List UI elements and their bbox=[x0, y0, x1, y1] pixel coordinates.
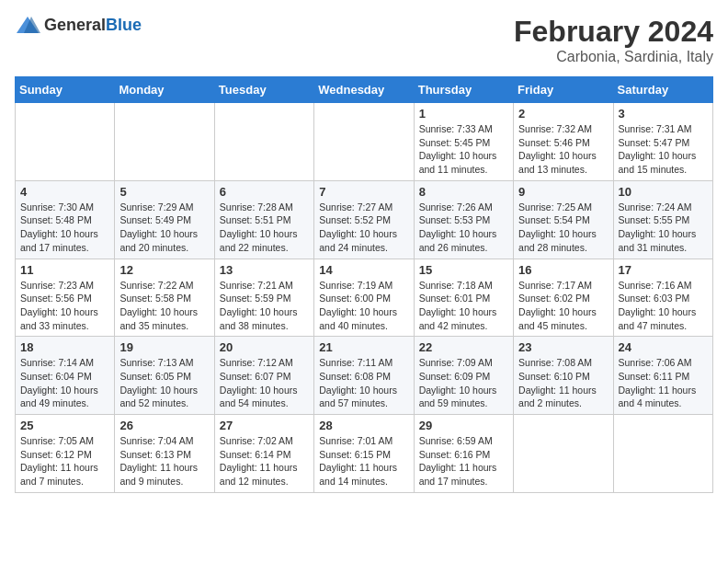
calendar-cell: 14Sunrise: 7:19 AM Sunset: 6:00 PM Dayli… bbox=[314, 259, 414, 337]
day-number: 5 bbox=[119, 185, 209, 199]
calendar-cell: 18Sunrise: 7:14 AM Sunset: 6:04 PM Dayli… bbox=[16, 337, 115, 415]
day-number: 9 bbox=[518, 185, 608, 199]
day-number: 16 bbox=[518, 263, 608, 277]
calendar-cell: 8Sunrise: 7:26 AM Sunset: 5:53 PM Daylig… bbox=[414, 180, 513, 259]
day-number: 13 bbox=[220, 263, 309, 277]
calendar-cell: 15Sunrise: 7:18 AM Sunset: 6:01 PM Dayli… bbox=[414, 259, 513, 337]
calendar-cell: 27Sunrise: 7:02 AM Sunset: 6:14 PM Dayli… bbox=[214, 415, 313, 493]
day-number: 25 bbox=[20, 419, 109, 432]
calendar-cell: 10Sunrise: 7:24 AM Sunset: 5:55 PM Dayli… bbox=[613, 180, 712, 259]
day-detail: Sunrise: 7:32 AM Sunset: 5:46 PM Dayligh… bbox=[518, 122, 608, 177]
day-detail: Sunrise: 7:28 AM Sunset: 5:51 PM Dayligh… bbox=[220, 201, 309, 255]
calendar-cell: 3Sunrise: 7:31 AM Sunset: 5:47 PM Daylig… bbox=[613, 103, 712, 181]
day-number: 24 bbox=[619, 340, 708, 354]
day-detail: Sunrise: 7:04 AM Sunset: 6:13 PM Dayligh… bbox=[119, 434, 209, 488]
calendar-cell: 4Sunrise: 7:30 AM Sunset: 5:48 PM Daylig… bbox=[16, 180, 115, 259]
day-number: 12 bbox=[119, 263, 209, 277]
day-detail: Sunrise: 7:27 AM Sunset: 5:52 PM Dayligh… bbox=[319, 201, 408, 255]
day-number: 28 bbox=[319, 419, 408, 432]
day-detail: Sunrise: 7:22 AM Sunset: 5:58 PM Dayligh… bbox=[119, 279, 209, 333]
day-detail: Sunrise: 7:31 AM Sunset: 5:47 PM Dayligh… bbox=[619, 122, 708, 177]
day-number: 22 bbox=[419, 340, 508, 354]
calendar-cell: 13Sunrise: 7:21 AM Sunset: 5:59 PM Dayli… bbox=[214, 259, 313, 337]
weekday-header-friday: Friday bbox=[514, 77, 613, 103]
day-number: 15 bbox=[419, 263, 508, 277]
day-detail: Sunrise: 7:17 AM Sunset: 6:02 PM Dayligh… bbox=[518, 279, 608, 333]
weekday-header-row: SundayMondayTuesdayWednesdayThursdayFrid… bbox=[16, 77, 713, 103]
day-number: 27 bbox=[220, 419, 309, 432]
calendar-cell: 23Sunrise: 7:08 AM Sunset: 6:10 PM Dayli… bbox=[514, 337, 613, 415]
weekday-header-saturday: Saturday bbox=[613, 77, 712, 103]
day-number: 26 bbox=[119, 419, 209, 432]
calendar-week-0: 1Sunrise: 7:33 AM Sunset: 5:45 PM Daylig… bbox=[16, 103, 713, 181]
calendar-cell: 22Sunrise: 7:09 AM Sunset: 6:09 PM Dayli… bbox=[414, 337, 513, 415]
day-detail: Sunrise: 7:30 AM Sunset: 5:48 PM Dayligh… bbox=[20, 201, 109, 255]
day-detail: Sunrise: 7:11 AM Sunset: 6:08 PM Dayligh… bbox=[319, 356, 408, 410]
calendar-cell: 11Sunrise: 7:23 AM Sunset: 5:56 PM Dayli… bbox=[16, 259, 115, 337]
day-detail: Sunrise: 7:21 AM Sunset: 5:59 PM Dayligh… bbox=[220, 279, 309, 333]
calendar-cell bbox=[16, 103, 115, 181]
day-number: 20 bbox=[220, 340, 309, 354]
day-number: 6 bbox=[220, 185, 309, 199]
day-detail: Sunrise: 7:25 AM Sunset: 5:54 PM Dayligh… bbox=[518, 201, 608, 255]
day-number: 17 bbox=[619, 263, 708, 277]
calendar-cell: 1Sunrise: 7:33 AM Sunset: 5:45 PM Daylig… bbox=[414, 103, 513, 181]
calendar-cell bbox=[514, 415, 613, 493]
calendar-cell: 28Sunrise: 7:01 AM Sunset: 6:15 PM Dayli… bbox=[314, 415, 414, 493]
day-number: 18 bbox=[20, 340, 109, 354]
day-detail: Sunrise: 7:01 AM Sunset: 6:15 PM Dayligh… bbox=[319, 434, 408, 488]
day-number: 3 bbox=[619, 107, 708, 121]
weekday-header-sunday: Sunday bbox=[16, 77, 115, 103]
calendar-week-3: 18Sunrise: 7:14 AM Sunset: 6:04 PM Dayli… bbox=[16, 337, 713, 415]
day-detail: Sunrise: 7:26 AM Sunset: 5:53 PM Dayligh… bbox=[419, 201, 508, 255]
calendar-cell: 12Sunrise: 7:22 AM Sunset: 5:58 PM Dayli… bbox=[115, 259, 214, 337]
weekday-header-wednesday: Wednesday bbox=[314, 77, 414, 103]
calendar-body: 1Sunrise: 7:33 AM Sunset: 5:45 PM Daylig… bbox=[16, 103, 713, 493]
day-detail: Sunrise: 7:24 AM Sunset: 5:55 PM Dayligh… bbox=[619, 201, 708, 255]
calendar-cell: 2Sunrise: 7:32 AM Sunset: 5:46 PM Daylig… bbox=[514, 103, 613, 181]
calendar-cell bbox=[214, 103, 313, 181]
day-detail: Sunrise: 7:05 AM Sunset: 6:12 PM Dayligh… bbox=[20, 434, 109, 488]
day-detail: Sunrise: 7:18 AM Sunset: 6:01 PM Dayligh… bbox=[419, 279, 508, 333]
calendar-cell: 24Sunrise: 7:06 AM Sunset: 6:11 PM Dayli… bbox=[613, 337, 712, 415]
calendar-cell: 6Sunrise: 7:28 AM Sunset: 5:51 PM Daylig… bbox=[214, 180, 313, 259]
sub-title: Carbonia, Sardinia, Italy bbox=[514, 49, 713, 65]
day-detail: Sunrise: 7:16 AM Sunset: 6:03 PM Dayligh… bbox=[619, 279, 708, 333]
calendar-cell bbox=[314, 103, 414, 181]
calendar-cell: 26Sunrise: 7:04 AM Sunset: 6:13 PM Dayli… bbox=[115, 415, 214, 493]
day-detail: Sunrise: 7:06 AM Sunset: 6:11 PM Dayligh… bbox=[619, 356, 708, 410]
day-detail: Sunrise: 6:59 AM Sunset: 6:16 PM Dayligh… bbox=[419, 434, 508, 488]
calendar-cell: 9Sunrise: 7:25 AM Sunset: 5:54 PM Daylig… bbox=[514, 180, 613, 259]
calendar-table: SundayMondayTuesdayWednesdayThursdayFrid… bbox=[15, 76, 713, 493]
calendar-cell: 20Sunrise: 7:12 AM Sunset: 6:07 PM Dayli… bbox=[214, 337, 313, 415]
day-number: 11 bbox=[20, 263, 109, 277]
logo: GeneralBlue bbox=[15, 15, 142, 35]
weekday-header-tuesday: Tuesday bbox=[214, 77, 313, 103]
calendar-cell: 5Sunrise: 7:29 AM Sunset: 5:49 PM Daylig… bbox=[115, 180, 214, 259]
day-detail: Sunrise: 7:13 AM Sunset: 6:05 PM Dayligh… bbox=[119, 356, 209, 410]
calendar-cell: 7Sunrise: 7:27 AM Sunset: 5:52 PM Daylig… bbox=[314, 180, 414, 259]
logo-icon bbox=[15, 15, 40, 35]
calendar-cell bbox=[613, 415, 712, 493]
day-detail: Sunrise: 7:19 AM Sunset: 6:00 PM Dayligh… bbox=[319, 279, 408, 333]
title-area: February 2024 Carbonia, Sardinia, Italy bbox=[514, 15, 713, 65]
day-detail: Sunrise: 7:08 AM Sunset: 6:10 PM Dayligh… bbox=[518, 356, 608, 410]
day-number: 8 bbox=[419, 185, 508, 199]
calendar-week-4: 25Sunrise: 7:05 AM Sunset: 6:12 PM Dayli… bbox=[16, 415, 713, 493]
calendar-cell bbox=[115, 103, 214, 181]
day-number: 23 bbox=[518, 340, 608, 354]
day-detail: Sunrise: 7:02 AM Sunset: 6:14 PM Dayligh… bbox=[220, 434, 309, 488]
day-detail: Sunrise: 7:09 AM Sunset: 6:09 PM Dayligh… bbox=[419, 356, 508, 410]
day-number: 2 bbox=[518, 107, 608, 121]
day-detail: Sunrise: 7:33 AM Sunset: 5:45 PM Dayligh… bbox=[419, 122, 508, 177]
day-detail: Sunrise: 7:29 AM Sunset: 5:49 PM Dayligh… bbox=[119, 201, 209, 255]
day-number: 4 bbox=[20, 185, 109, 199]
weekday-header-thursday: Thursday bbox=[414, 77, 513, 103]
calendar-week-1: 4Sunrise: 7:30 AM Sunset: 5:48 PM Daylig… bbox=[16, 180, 713, 259]
day-number: 14 bbox=[319, 263, 408, 277]
calendar-week-2: 11Sunrise: 7:23 AM Sunset: 5:56 PM Dayli… bbox=[16, 259, 713, 337]
calendar-cell: 21Sunrise: 7:11 AM Sunset: 6:08 PM Dayli… bbox=[314, 337, 414, 415]
calendar-cell: 25Sunrise: 7:05 AM Sunset: 6:12 PM Dayli… bbox=[16, 415, 115, 493]
logo-blue: Blue bbox=[106, 16, 142, 34]
day-number: 21 bbox=[319, 340, 408, 354]
